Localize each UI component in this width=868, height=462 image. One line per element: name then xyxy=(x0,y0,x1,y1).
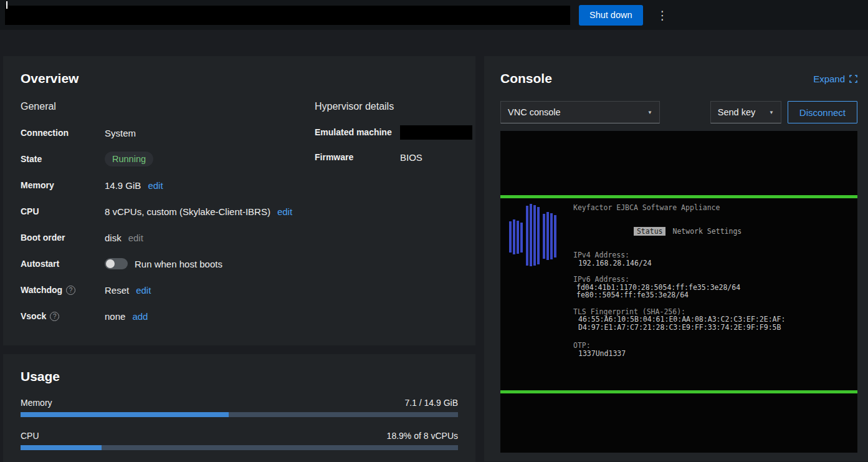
emulated-machine-label: Emulated machine xyxy=(315,127,400,137)
cpu-value: 8 vCPUs, custom (Skylake-Client-IBRS) xyxy=(105,206,270,217)
state-badge: Running xyxy=(105,152,153,166)
memory-usage-row: Memory 7.1 / 14.9 GiB xyxy=(21,398,458,417)
vnc-status-tab: Status xyxy=(634,227,666,236)
vsock-help-icon[interactable]: ? xyxy=(50,312,59,321)
cpu-usage-row: CPU 18.9% of 8 vCPUs xyxy=(21,431,458,450)
watchdog-label: Watchdog xyxy=(21,285,62,295)
autostart-toggle-label: Run when host boots xyxy=(135,259,222,269)
cpu-usage-progress-fill xyxy=(21,445,102,450)
otp-label: OTP: xyxy=(573,342,857,350)
general-column: General Connection System State Running … xyxy=(21,101,315,329)
disconnect-button[interactable]: Disconnect xyxy=(788,101,857,123)
memory-usage-value: 7.1 / 14.9 GiB xyxy=(404,398,458,408)
boot-order-label: Boot order xyxy=(21,233,105,243)
left-column: Overview General Connection System State… xyxy=(3,56,475,462)
memory-usage-label: Memory xyxy=(21,398,52,408)
vnc-bottom-green-bar xyxy=(500,390,857,393)
ipv6-value-2: fe80::5054:ff:fe35:3e28/64 xyxy=(573,291,857,299)
expand-label: Expand xyxy=(813,74,845,84)
vnc-network-settings-tab: Network Settings xyxy=(672,227,742,236)
autostart-row: Autostart Run when host boots xyxy=(21,251,315,277)
cpu-label: CPU xyxy=(21,206,105,216)
appliance-title-text: Keyfactor EJBCA Software Appliance xyxy=(573,204,857,212)
boot-order-value: disk xyxy=(105,233,122,243)
connection-label: Connection xyxy=(21,128,105,138)
boot-order-edit-link-disabled: edit xyxy=(128,233,143,243)
usage-card: Usage Memory 7.1 / 14.9 GiB CPU 18.9% of… xyxy=(3,354,475,462)
autostart-label: Autostart xyxy=(21,259,105,269)
appliance-logo xyxy=(509,203,556,267)
vsock-row: Vsock ? none add xyxy=(21,303,315,329)
ipv4-value: 192.168.28.146/24 xyxy=(573,259,857,267)
chevron-down-icon: ▼ xyxy=(769,110,774,115)
send-key-label: Send key xyxy=(718,107,755,117)
otp-value: 1337Und1337 xyxy=(573,350,857,358)
console-type-select[interactable]: VNC console ▼ xyxy=(500,101,660,123)
hypervisor-heading: Hypervisor details xyxy=(315,101,472,112)
cpu-usage-value: 18.9% of 8 vCPUs xyxy=(387,431,458,441)
memory-row: Memory 14.9 GiB edit xyxy=(21,172,315,198)
cpu-edit-link[interactable]: edit xyxy=(277,206,292,217)
vsock-value: none xyxy=(105,311,125,322)
ipv4-label: IPv4 Address: xyxy=(573,251,857,259)
console-title: Console xyxy=(500,71,552,86)
stray-caret xyxy=(6,1,7,9)
console-card: Console Expand VNC console ▼ Send key ▼ xyxy=(484,56,868,461)
tls-fingerprint-value-1: 46:55:A6:10:5B:04:61:E0:AA:08:A3:C2:C3:E… xyxy=(573,315,857,324)
toggle-knob xyxy=(106,259,115,268)
vnc-letterbox-top xyxy=(500,131,857,195)
watchdog-edit-link[interactable]: edit xyxy=(136,285,151,296)
firmware-label: Firmware xyxy=(315,152,400,162)
watchdog-value: Reset xyxy=(105,285,129,296)
connection-row: Connection System xyxy=(21,120,315,146)
tls-fingerprint-value-2: D4:97:E1:A7:C7:21:28:C3:E9:FF:33:74:2E:9… xyxy=(573,324,857,332)
memory-label: Memory xyxy=(21,180,105,190)
general-heading: General xyxy=(21,101,315,112)
vnc-screen[interactable]: Keyfactor EJBCA Software Appliance Statu… xyxy=(500,131,857,453)
memory-edit-link[interactable]: edit xyxy=(148,180,163,191)
cpu-row: CPU 8 vCPUs, custom (Skylake-Client-IBRS… xyxy=(21,198,315,224)
autostart-toggle[interactable] xyxy=(105,258,128,269)
firmware-row: Firmware BIOS xyxy=(315,145,472,170)
memory-usage-progressbar xyxy=(21,412,458,417)
kebab-menu-icon[interactable]: ⋮ xyxy=(652,8,674,22)
firmware-value: BIOS xyxy=(400,152,422,163)
main-content: Overview General Connection System State… xyxy=(0,30,868,462)
chevron-down-icon: ▼ xyxy=(647,110,652,115)
redacted-emulated-machine-value xyxy=(400,125,472,140)
vm-details-page: Shut down ⋮ Overview General Connection … xyxy=(0,0,868,462)
vsock-add-link[interactable]: add xyxy=(132,311,148,322)
console-toolbar: VNC console ▼ Send key ▼ Disconnect xyxy=(500,101,857,123)
expand-icon xyxy=(849,75,857,83)
boot-order-row: Boot order disk edit xyxy=(21,224,315,251)
vnc-framebuffer: Keyfactor EJBCA Software Appliance Statu… xyxy=(500,198,857,390)
vsock-label: Vsock xyxy=(21,311,46,321)
watchdog-row: Watchdog ? Reset edit xyxy=(21,277,315,303)
emulated-machine-row: Emulated machine xyxy=(315,120,472,145)
overview-card: Overview General Connection System State… xyxy=(3,56,475,345)
masthead: Shut down ⋮ xyxy=(0,0,868,30)
state-label: State xyxy=(21,154,105,164)
console-type-selected-value: VNC console xyxy=(508,107,561,117)
hypervisor-column: Hypervisor details Emulated machine Firm… xyxy=(315,101,472,329)
redacted-vm-title xyxy=(5,6,570,25)
state-row: State Running xyxy=(21,146,315,172)
ipv6-label: IPv6 Address: xyxy=(573,276,857,284)
watchdog-help-icon[interactable]: ? xyxy=(66,286,75,295)
expand-console-link[interactable]: Expand xyxy=(813,74,857,84)
cpu-usage-progressbar xyxy=(21,445,458,450)
send-key-dropdown[interactable]: Send key ▼ xyxy=(710,101,781,123)
memory-usage-progress-fill xyxy=(21,412,229,417)
cpu-usage-label: CPU xyxy=(21,431,39,441)
connection-value: System xyxy=(105,128,136,138)
overview-title: Overview xyxy=(21,71,458,86)
memory-value: 14.9 GiB xyxy=(105,180,141,191)
usage-title: Usage xyxy=(21,369,458,384)
shutdown-button[interactable]: Shut down xyxy=(579,5,643,26)
